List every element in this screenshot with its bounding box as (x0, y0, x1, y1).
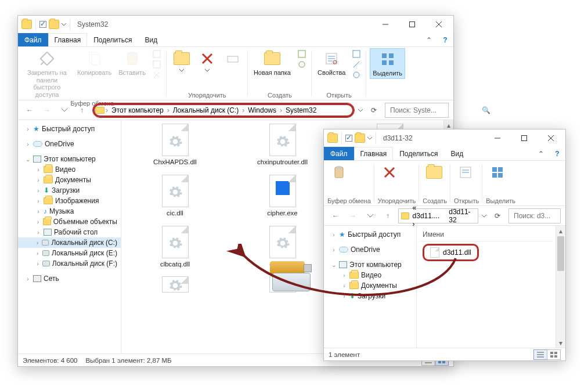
tab-view[interactable]: Вид (138, 33, 164, 46)
breadcrumb-segment[interactable]: Этот компьютер (109, 106, 166, 114)
collapse-ribbon-button[interactable]: ⌃ (533, 147, 549, 160)
edit-button[interactable] (350, 60, 363, 69)
breadcrumb-segment[interactable]: « d3d11.... › (410, 204, 446, 228)
tab-share[interactable]: Поделиться (393, 147, 444, 160)
pin-to-quick-access-button[interactable]: Закрепить на панели быстрого доступа (21, 48, 73, 100)
nav-tree[interactable]: ›★Быстрый доступ ›OneDrive ⌄Этот компьют… (18, 120, 121, 353)
tree-item[interactable]: ›Рабочий стол (18, 227, 121, 237)
vertical-scrollbar[interactable]: ▴ ▾ (555, 226, 565, 348)
address-bar[interactable]: › Этот компьютер› Локальный диск (C:)› W… (92, 103, 355, 118)
search-box[interactable]: 🔍 (385, 103, 449, 118)
back-button[interactable]: ← (329, 209, 342, 223)
folder-icon[interactable] (355, 134, 365, 143)
maximize-button[interactable] (511, 129, 538, 147)
tree-thispc[interactable]: ⌄Этот компьютер (324, 259, 416, 270)
icons-view-button[interactable] (547, 349, 561, 360)
properties-button[interactable] (454, 162, 477, 183)
tree-network[interactable]: ›Сеть (18, 273, 121, 284)
history-button[interactable] (350, 70, 363, 80)
address-dropdown-icon[interactable] (358, 108, 363, 113)
tree-item-selected[interactable]: ›Локальный диск (C:) (18, 237, 121, 248)
tree-onedrive[interactable]: ›OneDrive (324, 244, 416, 255)
titlebar[interactable]: d3d11-32 (324, 129, 565, 147)
tree-item[interactable]: ›⬇Загрузки (324, 291, 416, 301)
tree-quick-access[interactable]: ›★Быстрый доступ (18, 124, 121, 134)
folder-icon[interactable] (49, 20, 59, 29)
file-item[interactable]: cipher.exe (231, 175, 334, 218)
tree-item[interactable]: ›Видео (324, 270, 416, 280)
tab-home[interactable]: Главная (48, 33, 88, 46)
breadcrumb-segment[interactable]: System32 (283, 106, 319, 114)
address-dropdown-icon[interactable] (482, 214, 486, 218)
select-all-button[interactable]: Выделить (370, 48, 405, 79)
refresh-button[interactable]: ⟳ (366, 103, 381, 118)
qat-checkbox-icon[interactable] (345, 135, 352, 142)
recent-locations-button[interactable] (363, 209, 377, 223)
tree-item[interactable]: ›Документы (324, 280, 416, 291)
qat-dropdown-icon[interactable] (367, 136, 372, 140)
minimize-button[interactable] (484, 129, 511, 147)
nav-tree[interactable]: ›★Быстрый доступ ›OneDrive ⌄Этот компьют… (324, 226, 417, 348)
tree-item[interactable]: ›Локальный диск (E:) (18, 248, 121, 258)
breadcrumb-segment[interactable]: Windows (246, 106, 279, 114)
scroll-thumb[interactable] (557, 236, 564, 271)
tree-thispc[interactable]: ⌄Этот компьютер (18, 154, 121, 164)
forward-button[interactable]: → (40, 103, 54, 117)
search-input[interactable] (513, 211, 588, 221)
tab-view[interactable]: Вид (444, 147, 470, 160)
breadcrumb-segment[interactable]: Локальный диск (C:) (171, 106, 241, 114)
copy-path-button[interactable] (150, 49, 163, 59)
delete-button[interactable] (378, 162, 401, 183)
tree-item[interactable]: ›Объемные объекты (18, 217, 121, 227)
breadcrumb-segment[interactable]: d3d11-32 (446, 208, 475, 224)
tree-item[interactable]: ›⬇Загрузки (18, 185, 121, 196)
maximize-button[interactable] (399, 16, 425, 33)
paste-button[interactable]: Вставить (116, 48, 148, 78)
tree-item[interactable]: ›Локальный диск (F:) (18, 258, 121, 269)
scroll-down-icon[interactable]: ▾ (556, 338, 565, 348)
file-item[interactable]: cic.dll (124, 175, 226, 218)
tree-item[interactable]: ›Изображения (18, 196, 121, 206)
tree-item[interactable]: ›♪Музыка (18, 206, 121, 217)
tree-quick-access[interactable]: ›★Быстрый доступ (324, 229, 416, 240)
close-button[interactable] (538, 129, 564, 147)
tab-share[interactable]: Поделиться (87, 33, 138, 46)
file-pane[interactable]: Имени d3d11.dll (417, 226, 555, 348)
file-item-d3d11[interactable]: d3d11.dll (423, 244, 479, 261)
help-icon[interactable]: ? (437, 33, 453, 46)
search-box[interactable] (508, 208, 561, 223)
properties-button[interactable]: Свойства (315, 48, 348, 78)
details-view-button[interactable] (533, 349, 547, 360)
minimize-button[interactable] (372, 16, 399, 33)
search-input[interactable] (389, 106, 478, 115)
delete-button[interactable] (196, 48, 219, 73)
cut-button[interactable] (150, 70, 163, 80)
file-item[interactable]: ChxHAPDS.dll (124, 124, 226, 167)
tree-item[interactable]: ›Документы (18, 175, 121, 185)
new-folder-button[interactable] (423, 162, 446, 183)
open-button[interactable] (350, 49, 363, 59)
refresh-button[interactable]: ⟳ (490, 208, 505, 223)
easy-access-button[interactable] (295, 60, 308, 69)
forward-button[interactable]: → (346, 209, 360, 223)
clipboard-button[interactable] (327, 162, 351, 183)
file-item[interactable]: chxinputrouter.dll (231, 124, 334, 167)
scroll-up-icon[interactable]: ▴ (556, 226, 565, 236)
column-header-name[interactable]: Имени (419, 229, 553, 241)
tab-home[interactable]: Главная (354, 147, 394, 160)
collapse-ribbon-button[interactable]: ⌃ (421, 33, 437, 46)
help-icon[interactable]: ? (549, 147, 565, 160)
file-item[interactable]: clbcatq.dll (124, 226, 226, 269)
select-button[interactable] (486, 162, 509, 183)
titlebar[interactable]: System32 (18, 16, 453, 33)
rename-button[interactable] (221, 48, 244, 69)
up-button[interactable]: ↑ (381, 209, 395, 223)
move-to-button[interactable] (170, 48, 193, 73)
qat-dropdown-icon[interactable] (62, 22, 66, 27)
new-item-button[interactable] (295, 49, 308, 59)
copy-button[interactable]: Копировать (75, 48, 114, 78)
new-folder-button[interactable]: Новая папка (251, 48, 293, 78)
address-bar[interactable]: « d3d11.... › d3d11-32 (398, 208, 478, 223)
qat-checkbox-icon[interactable] (39, 21, 46, 28)
file-item[interactable] (124, 276, 226, 293)
